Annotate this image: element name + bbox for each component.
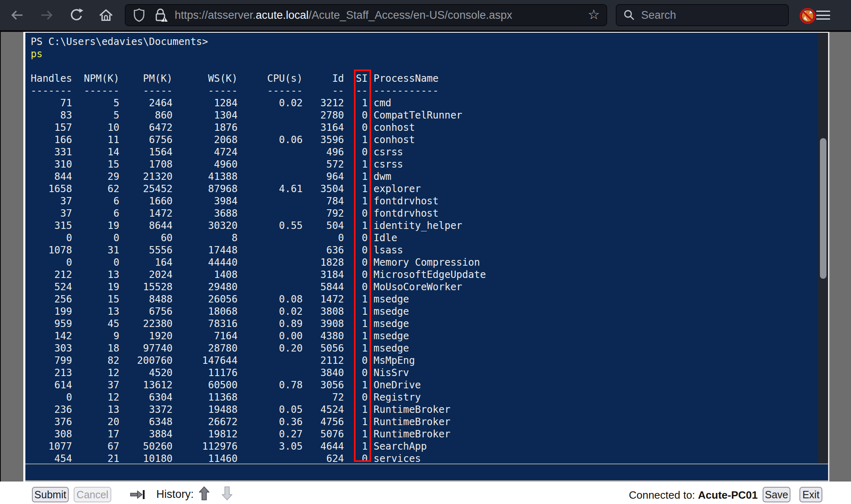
- connected-label: Connected to:: [629, 489, 695, 501]
- url-path: /Acute_Staff_Access/en-US/console.aspx: [308, 9, 512, 21]
- console-line: 71 5 2464 1284 0.02 3212 1 cmd: [31, 97, 818, 109]
- console-line: 37 6 1660 3984 784 1 fontdrvhost: [31, 195, 818, 207]
- lock-warning-icon[interactable]: [154, 8, 168, 22]
- search-placeholder: Search: [641, 9, 676, 22]
- reload-icon[interactable]: [68, 7, 85, 23]
- url-bar[interactable]: https://atsserver.acute.local/Acute_Staf…: [125, 4, 607, 26]
- console-line: 959 45 22380 78316 0.89 3908 1 msedge: [31, 318, 818, 330]
- save-button[interactable]: Save: [763, 487, 790, 502]
- console-line: 614 37 13612 60500 0.78 3056 1 OneDrive: [31, 379, 818, 391]
- console-line: 157 10 6472 1876 3164 0 conhost: [31, 121, 818, 134]
- connected-status: Connected to: Acute-PC01: [629, 489, 758, 502]
- console-line: PS C:\Users\edavies\Documents>: [31, 36, 818, 48]
- cancel-button[interactable]: Cancel: [74, 487, 111, 502]
- console-line: 454 21 10180 11460 624 0 services: [31, 452, 818, 464]
- console-line: 0 0 60 8 0 0 Idle: [31, 232, 818, 244]
- console-line: 844 29 21320 41388 964 1 dwm: [31, 170, 818, 183]
- console-line: 1658 62 25452 87968 4.61 3504 1 explorer: [31, 183, 818, 195]
- url-text: https://atsserver.acute.local/Acute_Staf…: [175, 9, 512, 22]
- back-icon[interactable]: [9, 7, 25, 23]
- machine-name: Acute-PC01: [698, 489, 758, 501]
- console-line: Handles NPM(K) PM(K) WS(K) CPU(s) Id SI …: [31, 72, 818, 85]
- console-line: 199 13 6756 18068 0.02 3808 1 msedge: [31, 305, 818, 318]
- console-line: 256 15 8488 26056 0.08 1472 1 msedge: [31, 293, 818, 305]
- console-line: 315 19 8644 30320 0.55 504 1 identity_he…: [31, 220, 818, 232]
- console-footer: Submit Cancel History: Connected to: Acu…: [0, 482, 851, 504]
- powershell-console-output[interactable]: PS C:\Users\edavies\Documents>ps Handles…: [25, 33, 818, 464]
- exit-button[interactable]: Exit: [799, 487, 822, 502]
- console-line: 213 12 4520 11176 3840 0 NisSrv: [31, 367, 818, 379]
- console-line: 308 17 3884 19812 0.27 5076 1 RuntimeBro…: [31, 428, 818, 440]
- console-line: 0 12 6304 11368 72 0 Registry: [31, 391, 818, 403]
- console-line: 524 19 15528 29480 5844 0 MoUsoCoreWorke…: [31, 281, 818, 293]
- search-icon: [623, 9, 635, 21]
- console-line: 1078 31 5556 17448 636 0 lsass: [31, 244, 818, 256]
- console-line: [31, 60, 818, 72]
- console-line: 376 20 6348 26672 0.36 4756 1 RuntimeBro…: [31, 416, 818, 428]
- console-line: 310 15 1708 4960 572 1 csrss: [31, 158, 818, 170]
- console-line: 83 5 860 1304 2780 0 CompatTelRunner: [31, 109, 818, 121]
- console-line: 212 13 2024 1408 3184 0 MicrosoftEdgeUpd…: [31, 269, 818, 281]
- console-scrollbar-thumb[interactable]: [820, 138, 826, 279]
- console-line: 799 82 200760 147644 2112 0 MsMpEng: [31, 354, 818, 367]
- url-domain: acute.local: [256, 9, 308, 21]
- console-line: 1077 67 50260 112976 3.05 4644 1 SearchA…: [31, 440, 818, 452]
- menu-icon[interactable]: [816, 11, 830, 20]
- console-line: 331 14 1564 4724 496 0 csrss: [31, 146, 818, 158]
- console-line: 236 13 3372 19488 0.05 4524 1 RuntimeBro…: [31, 403, 818, 416]
- page-top-border: [0, 30, 851, 32]
- history-down-icon[interactable]: [222, 486, 232, 501]
- console-line: 303 18 97740 28780 0.20 5056 1 msedge: [31, 342, 818, 354]
- console-line: 37 6 1472 3688 792 0 fontdrvhost: [31, 207, 818, 220]
- page-left-margin: [0, 32, 23, 504]
- console-line: ------- ------ ----- ----- ------ -- -- …: [31, 85, 818, 97]
- bookmark-star-icon[interactable]: ☆: [588, 7, 600, 22]
- browser-toolbar: https://atsserver.acute.local/Acute_Staf…: [0, 0, 851, 30]
- console-scrollbar[interactable]: [818, 33, 828, 464]
- history-label: History:: [156, 488, 194, 501]
- search-box[interactable]: Search: [616, 4, 789, 26]
- tab-complete-icon[interactable]: [129, 490, 146, 500]
- url-prefix: https://atsserver.: [175, 9, 256, 21]
- console-line: 166 11 6756 2068 0.06 3596 1 conhost: [31, 134, 818, 146]
- shield-icon[interactable]: [133, 8, 145, 22]
- blocked-extension-icon[interactable]: [799, 7, 816, 25]
- forward-icon[interactable]: [38, 7, 55, 23]
- console-line: ps: [31, 48, 818, 60]
- home-icon[interactable]: [98, 7, 114, 23]
- command-input-area[interactable]: [25, 464, 828, 480]
- history-up-icon[interactable]: [199, 486, 209, 501]
- console-line: 0 0 164 44440 1828 0 Memory Compression: [31, 256, 818, 269]
- si-column-highlight-box: [354, 69, 371, 462]
- submit-button[interactable]: Submit: [32, 487, 69, 502]
- page-right-margin: [829, 32, 851, 504]
- console-line: 142 9 1920 7164 0.00 4380 1 msedge: [31, 330, 818, 342]
